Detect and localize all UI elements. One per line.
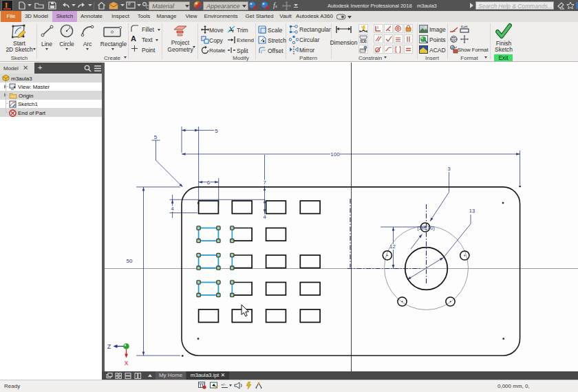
svg-text:5: 5	[154, 134, 158, 140]
svg-text:+/-: +/-	[221, 382, 226, 386]
svg-text:13: 13	[469, 208, 475, 214]
svg-text:KxH: KxH	[461, 25, 468, 29]
svg-text:4: 4	[171, 206, 174, 212]
svg-text:X: X	[125, 360, 129, 367]
svg-text:3: 3	[447, 166, 450, 172]
svg-text:Z: Z	[107, 343, 111, 350]
svg-text:6: 6	[207, 179, 211, 186]
svg-text:100: 100	[330, 151, 340, 157]
svg-text:(3x0,00): (3x0,00)	[417, 226, 435, 231]
svg-text:50: 50	[127, 258, 133, 264]
svg-text:5: 5	[215, 128, 218, 134]
svg-text:4: 4	[263, 214, 266, 220]
svg-text:7: 7	[263, 179, 266, 186]
